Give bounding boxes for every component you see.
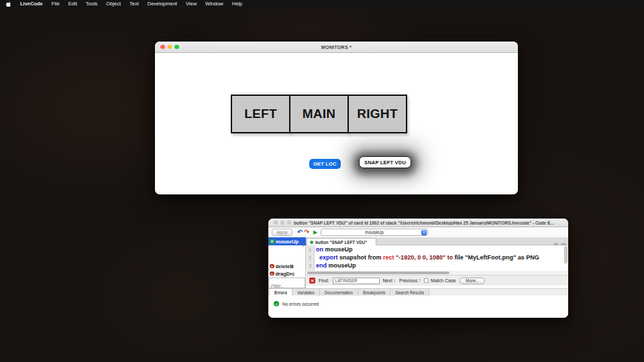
- scrollbar-thumb[interactable]: [307, 272, 449, 274]
- apple-menu-icon[interactable]: [6, 1, 11, 7]
- previous-arrow-icon: ↑: [418, 278, 421, 284]
- handler-item-dragDrc[interactable]: +dragDrc: [268, 269, 306, 278]
- find-input[interactable]: [333, 278, 380, 284]
- handler-h-icon: H: [270, 239, 274, 244]
- redo-icon[interactable]: ↷: [305, 229, 310, 236]
- close-button[interactable]: [160, 45, 165, 50]
- code-text: end mouseUp: [313, 261, 356, 269]
- monitors-titlebar[interactable]: MONITORS *: [155, 42, 518, 53]
- handler-dropdown[interactable]: mouseUp ▲▼: [321, 229, 428, 236]
- zoom-button[interactable]: [287, 221, 291, 225]
- find-bar: ✕ Find: Next ↓ Previous ↑ Match Case Mor…: [306, 275, 568, 286]
- minimize-button[interactable]: [168, 45, 172, 50]
- line-number: 1: [306, 245, 313, 253]
- menu-item-edit[interactable]: Edit: [68, 0, 77, 8]
- bottom-tabbar: ErrorsVariablesDocumentationBreakpointsS…: [268, 288, 568, 296]
- find-next[interactable]: Next ↓: [383, 278, 396, 284]
- find-previous[interactable]: Previous ↑: [399, 278, 421, 284]
- bottom-tab-search-results[interactable]: Search Results: [390, 288, 429, 296]
- monitors-window: MONITORS * LEFTMAINRIGHT GET LOC SNAP LE…: [155, 42, 518, 194]
- code-vertical-scrollbar[interactable]: [564, 246, 568, 263]
- menu-item-tools[interactable]: Tools: [86, 0, 98, 8]
- status-message: No errors occurred: [282, 302, 319, 306]
- menu-item-object[interactable]: Object: [106, 0, 121, 8]
- editor-toolbar: Apply ↶ ↷ ▶ mouseUp ▲▼: [268, 227, 568, 237]
- code-editor-window: button "SNAP LEFT VDU" of card id 1002 o…: [268, 219, 568, 318]
- monitor-box-left[interactable]: LEFT: [231, 95, 290, 133]
- menu-item-text[interactable]: Text: [129, 0, 139, 8]
- dropdown-stepper-icon[interactable]: ▲▼: [421, 230, 427, 235]
- minimize-button[interactable]: [280, 221, 284, 225]
- monitor-box-main[interactable]: MAIN: [289, 95, 349, 133]
- traffic-lights: [160, 45, 179, 50]
- code-text: export snapshot from rect "-1920, 0 0, 1…: [313, 253, 539, 261]
- bottom-tab-errors[interactable]: Errors: [269, 288, 292, 296]
- zoom-button[interactable]: [174, 45, 179, 50]
- handler-name: dragDrc: [276, 271, 295, 277]
- menu-item-window[interactable]: Window: [205, 0, 223, 8]
- more-button[interactable]: More..: [460, 278, 485, 284]
- menu-item-view[interactable]: View: [186, 0, 197, 8]
- menu-bar: LiveCodeFileEditToolsObjectTextDevelopme…: [0, 0, 644, 8]
- editor-window-title: button "SNAP LEFT VDU" of card id 1002 o…: [268, 221, 568, 225]
- code-lines: 1on mouseUp2 export snapshot from rect "…: [306, 245, 568, 269]
- snap-left-vdu-button[interactable]: SNAP LEFT VDU: [359, 156, 411, 168]
- line-number: 3: [306, 261, 313, 269]
- match-case-label: Match Case: [431, 278, 455, 283]
- code-line: 2 export snapshot from rect "-1920, 0 0,…: [306, 253, 568, 261]
- bottom-tab-variables[interactable]: Variables: [292, 288, 320, 296]
- find-close-icon[interactable]: ✕: [309, 278, 315, 284]
- editor-titlebar[interactable]: button "SNAP LEFT VDU" of card id 1002 o…: [268, 219, 568, 227]
- plus-circle-icon: +: [270, 272, 274, 276]
- next-arrow-icon: ↓: [393, 278, 396, 284]
- code-line: 3end mouseUp: [306, 261, 568, 269]
- monitor-boxes: LEFTMAINRIGHT: [231, 95, 407, 133]
- success-check-icon: ✓: [274, 301, 279, 306]
- menu-item-livecode[interactable]: LiveCode: [20, 0, 43, 8]
- handler-list-sidebar: HmouseUp+deleteB+dragDrc: [268, 237, 306, 288]
- menu-item-help[interactable]: Help: [232, 0, 242, 8]
- match-case-checkbox[interactable]: [424, 278, 429, 283]
- editor-traffic-lights: [274, 221, 291, 225]
- script-tabbar: button "SNAP LEFT VDU": [306, 237, 568, 245]
- close-button[interactable]: [274, 221, 278, 225]
- script-tab[interactable]: button "SNAP LEFT VDU": [307, 238, 376, 245]
- find-label: Find:: [319, 278, 329, 283]
- get-loc-button[interactable]: GET LOC: [309, 159, 341, 169]
- errors-panel: ✓ No errors occurred: [268, 296, 568, 318]
- run-icon[interactable]: ▶: [313, 229, 317, 236]
- code-line: 1on mouseUp: [306, 245, 568, 253]
- monitor-box-right[interactable]: RIGHT: [347, 95, 407, 133]
- window-title: MONITORS *: [155, 45, 518, 50]
- bottom-tab-documentation[interactable]: Documentation: [319, 288, 358, 296]
- filter-field[interactable]: [268, 278, 305, 288]
- handler-name: deleteB: [276, 263, 294, 269]
- script-code-area[interactable]: 1on mouseUp2 export snapshot from rect "…: [306, 245, 568, 271]
- line-number: 2: [306, 253, 313, 261]
- script-tab-label: button "SNAP LEFT VDU": [315, 240, 367, 245]
- script-status-dot-icon: [310, 241, 313, 244]
- handler-dropdown-value: mouseUp: [365, 230, 384, 235]
- apply-button[interactable]: Apply: [272, 229, 292, 236]
- handler-item-mouseUp[interactable]: HmouseUp: [268, 237, 306, 245]
- menu-item-file[interactable]: File: [52, 0, 60, 8]
- menu-item-development[interactable]: Development: [148, 0, 177, 8]
- undo-icon[interactable]: ↶: [297, 229, 303, 236]
- plus-circle-icon: +: [270, 264, 274, 269]
- handler-name: mouseUp: [276, 239, 299, 245]
- code-text: on mouseUp: [313, 245, 353, 253]
- menu-items: LiveCodeFileEditToolsObjectTextDevelopme…: [20, 0, 242, 8]
- bottom-tab-breakpoints[interactable]: Breakpoints: [358, 288, 390, 296]
